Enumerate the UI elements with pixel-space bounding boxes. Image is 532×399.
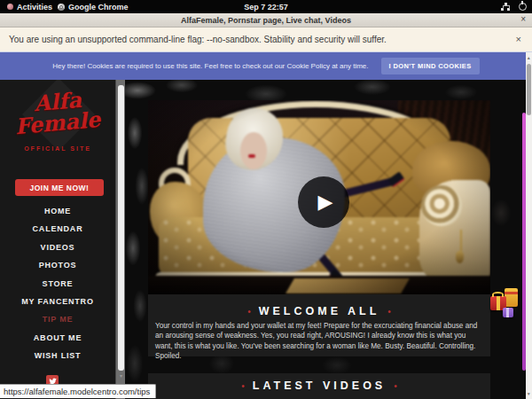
welcome-paragraph: Your control in my hands and your wallet… bbox=[155, 321, 481, 362]
activities-button[interactable]: Activities bbox=[7, 3, 52, 12]
app-menu-label: Google Chrome bbox=[68, 3, 129, 12]
window-close-button[interactable]: × bbox=[520, 14, 526, 24]
page-scrollbar-thumb[interactable] bbox=[527, 64, 532, 115]
scroll-up-icon[interactable]: ▲ bbox=[526, 55, 532, 60]
page-scrollbar[interactable]: ▲ ▼ bbox=[526, 52, 532, 399]
sidebar-item-videos[interactable]: VIDEOS bbox=[0, 239, 115, 256]
sidebar-scrollbar-thumb[interactable] bbox=[118, 85, 124, 371]
play-icon: ▶ bbox=[318, 192, 333, 212]
window-titlebar[interactable]: AlfaFemale, Pornstar page, Live chat, Vi… bbox=[0, 13, 532, 27]
sidebar-item-about-me[interactable]: ABOUT ME bbox=[0, 329, 115, 347]
join-me-now-button[interactable]: JOIN ME NOW! bbox=[15, 179, 104, 196]
sidebar-item-wish-list[interactable]: WISH LIST bbox=[0, 347, 115, 364]
hero-video-thumbnail[interactable]: ▶ bbox=[148, 100, 490, 294]
sidebar-item-store[interactable]: STORE bbox=[0, 275, 115, 293]
gnome-top-bar: Activities Google Chrome Sep 7 22:57 bbox=[0, 0, 532, 13]
bullet-icon: • bbox=[394, 381, 397, 391]
cookie-banner: Hey there! Cookies are required to use t… bbox=[0, 52, 532, 80]
sidebar: Alfa Female OFFICIAL SITE JOIN ME NOW! H… bbox=[0, 80, 115, 399]
site-logo[interactable]: Alfa Female OFFICIAL SITE bbox=[0, 87, 115, 158]
bullet-icon: • bbox=[387, 307, 391, 317]
screen: Activities Google Chrome Sep 7 22:57 Alf… bbox=[0, 0, 532, 399]
app-menu-button[interactable]: Google Chrome bbox=[58, 3, 129, 12]
bullet-icon: • bbox=[247, 307, 251, 317]
link-status-bar: https://alfafemale.modelcentro.com/tips bbox=[0, 384, 156, 398]
window-title: AlfaFemale, Pornstar page, Live chat, Vi… bbox=[181, 16, 351, 25]
sidebar-scrollbar[interactable]: ▾ bbox=[115, 80, 125, 399]
network-icon[interactable] bbox=[501, 3, 510, 11]
sidebar-item-my-fancentro[interactable]: MY FANCENTRO bbox=[0, 293, 115, 310]
scroll-down-icon[interactable]: ▼ bbox=[526, 391, 532, 396]
flag-notification-bar: You are using an unsupported command-lin… bbox=[0, 27, 532, 52]
sidebar-scroll-down-icon[interactable]: ▾ bbox=[117, 372, 125, 379]
logo-subtitle: OFFICIAL SITE bbox=[0, 145, 115, 152]
latest-videos-heading: • LATEST VIDEOS • bbox=[148, 379, 490, 392]
cookie-accept-button[interactable]: I DON'T MIND COOKIES bbox=[381, 58, 480, 74]
activities-indicator-icon bbox=[7, 4, 13, 10]
status-url: https://alfafemale.modelcentro.com/tips bbox=[4, 387, 150, 396]
sidebar-item-calendar[interactable]: CALENDAR bbox=[0, 220, 115, 238]
welcome-title: WELCOME ALL bbox=[259, 305, 380, 317]
main-content-panel: ▶ • WELCOME ALL • Your control in my han… bbox=[148, 100, 490, 356]
sidebar-item-photos[interactable]: PHOTOS bbox=[0, 256, 115, 274]
play-button[interactable]: ▶ bbox=[298, 176, 349, 228]
power-icon[interactable] bbox=[519, 3, 527, 11]
sidebar-menu: HOME CALENDAR VIDEOS PHOTOS STORE MY FAN… bbox=[0, 202, 115, 365]
cookie-message: Hey there! Cookies are required to use t… bbox=[52, 62, 368, 70]
gifts-widget[interactable] bbox=[488, 286, 525, 323]
latest-videos-title: LATEST VIDEOS bbox=[253, 379, 386, 392]
gift-icon bbox=[505, 288, 518, 307]
sidebar-item-tip-me[interactable]: TIP ME bbox=[0, 310, 115, 328]
latest-videos-panel: • LATEST VIDEOS • bbox=[148, 373, 490, 399]
notification-close-button[interactable]: × bbox=[516, 34, 521, 44]
chrome-icon bbox=[58, 4, 65, 11]
welcome-heading: • WELCOME ALL • bbox=[148, 305, 490, 317]
flag-notification-text: You are using an unsupported command-lin… bbox=[9, 35, 387, 44]
gift-icon bbox=[503, 308, 513, 317]
sidebar-item-home[interactable]: HOME bbox=[0, 202, 115, 220]
bullet-icon: • bbox=[241, 381, 245, 391]
activities-label: Activities bbox=[17, 3, 52, 12]
